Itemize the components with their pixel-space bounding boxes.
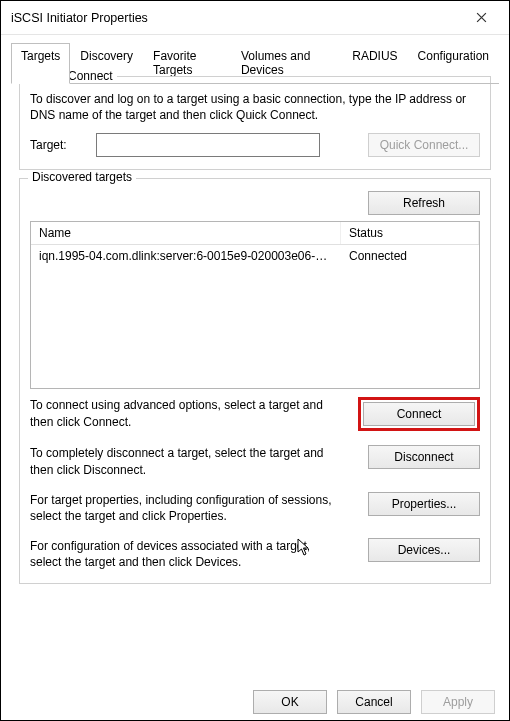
titlebar: iSCSI Initiator Properties	[1, 1, 509, 35]
properties-button[interactable]: Properties...	[368, 492, 480, 516]
target-input[interactable]	[96, 133, 320, 157]
window-title: iSCSI Initiator Properties	[11, 11, 459, 25]
properties-help-text: For target properties, including configu…	[30, 492, 336, 524]
tab-panel-targets: Quick Connect To discover and log on to …	[11, 65, 499, 684]
table-row[interactable]: iqn.1995-04.com.dlink:server:6-0015e9-02…	[31, 245, 479, 267]
cell-target-name: iqn.1995-04.com.dlink:server:6-0015e9-02…	[31, 245, 341, 267]
close-button[interactable]	[459, 4, 503, 32]
tab-targets[interactable]: Targets	[11, 43, 70, 84]
ok-button[interactable]: OK	[253, 690, 327, 714]
connect-help-text: To connect using advanced options, selec…	[30, 397, 336, 429]
refresh-button[interactable]: Refresh	[368, 191, 480, 215]
cell-target-status: Connected	[341, 245, 479, 267]
discovered-targets-legend: Discovered targets	[28, 170, 136, 184]
dialog-button-row: OK Cancel Apply	[253, 690, 495, 714]
disconnect-button[interactable]: Disconnect	[368, 445, 480, 469]
devices-help-text: For configuration of devices associated …	[30, 538, 336, 570]
connect-button[interactable]: Connect	[363, 402, 475, 426]
cancel-button[interactable]: Cancel	[337, 690, 411, 714]
apply-button[interactable]: Apply	[421, 690, 495, 714]
column-header-name[interactable]: Name	[31, 222, 341, 244]
discovered-targets-group: Discovered targets Refresh Name Status i…	[19, 178, 491, 583]
quick-connect-group: Quick Connect To discover and log on to …	[19, 69, 491, 170]
column-header-status[interactable]: Status	[341, 222, 479, 244]
targets-listview[interactable]: Name Status iqn.1995-04.com.dlink:server…	[30, 221, 480, 389]
close-icon	[476, 12, 487, 23]
quick-connect-button[interactable]: Quick Connect...	[368, 133, 480, 157]
disconnect-help-text: To completely disconnect a target, selec…	[30, 445, 336, 477]
target-label: Target:	[30, 138, 84, 152]
connect-highlight: Connect	[358, 397, 480, 431]
listview-header: Name Status	[31, 222, 479, 245]
devices-button[interactable]: Devices...	[368, 538, 480, 562]
quick-connect-desc: To discover and log on to a target using…	[30, 91, 480, 123]
